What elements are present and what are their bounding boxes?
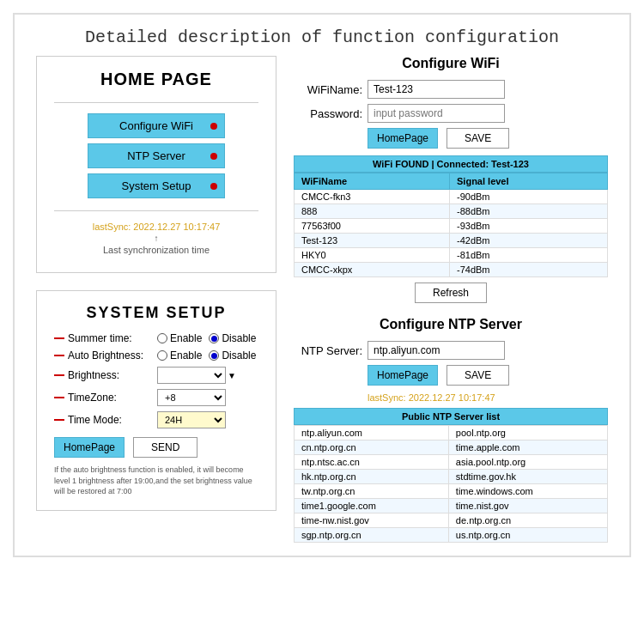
ntp-table-row[interactable]: tw.ntp.org.cntime.windows.com — [295, 484, 608, 499]
wifi-col-signal: Signal level — [450, 173, 608, 190]
summer-enable-circle — [157, 333, 167, 343]
ntp-server-col2: time.nist.gov — [448, 499, 607, 513]
ntp-table: ntp.aliyun.compool.ntp.orgcn.ntp.org.cnt… — [294, 425, 608, 543]
ntp-server-col1: time1.google.com — [295, 499, 449, 513]
wifi-network-name: CMCC-fkn3 — [295, 190, 450, 204]
ntp-server-label: NTP Server: — [294, 344, 362, 357]
summer-time-label: Summer time: — [54, 332, 157, 344]
auto-disable-circle — [209, 350, 219, 361]
wifi-form-buttons: HomePage SAVE — [294, 128, 608, 149]
system-setup-dot — [210, 183, 217, 190]
wifi-network-signal: -88dBm — [450, 204, 608, 219]
wifi-table-row[interactable]: 888-88dBm — [295, 204, 608, 219]
wifi-table-row[interactable]: 77563f00-93dBm — [295, 219, 608, 234]
wifi-table-row[interactable]: HKY0-81dBm — [295, 248, 608, 263]
last-sync-time: lastSync: 2022.12.27 10:17:47 — [54, 222, 258, 232]
password-input[interactable] — [368, 104, 505, 123]
wifi-network-signal: -42dBm — [450, 234, 608, 248]
brightness-line — [54, 374, 64, 376]
ntp-server-col2: de.ntp.org.cn — [448, 513, 607, 528]
wifi-homepage-btn[interactable]: HomePage — [368, 128, 438, 149]
wifi-col-name: WiFiName — [295, 173, 450, 190]
system-setup-btn[interactable]: System Setup — [88, 173, 225, 198]
wifi-network-name: HKY0 — [295, 248, 450, 263]
wifi-found-header: WiFi FOUND | Connected: Test-123 — [294, 155, 608, 173]
ntp-server-col2: asia.pool.ntp.org — [448, 455, 607, 470]
summer-time-radio[interactable]: Enable Disable — [157, 332, 256, 344]
ntp-server-col2: time.windows.com — [448, 484, 607, 499]
ntp-server-col1: sgp.ntp.org.cn — [295, 528, 449, 543]
ntp-server-col2: us.ntp.org.cn — [448, 528, 607, 543]
configure-wifi-title: Configure WiFi — [294, 56, 608, 71]
time-mode-select[interactable]: 24H — [157, 411, 226, 428]
ntp-server-col1: hk.ntp.org.cn — [295, 470, 449, 484]
page-title: Detailed description of function configu… — [27, 27, 617, 47]
ntp-server-dot — [210, 153, 217, 160]
summer-enable[interactable]: Enable — [157, 332, 202, 344]
ntp-homepage-btn[interactable]: HomePage — [368, 365, 438, 386]
auto-brightness-radio[interactable]: Enable Disable — [157, 349, 256, 361]
ntp-server-col1: tw.ntp.org.cn — [295, 484, 449, 499]
setup-homepage-btn[interactable]: HomePage — [54, 437, 125, 458]
ntp-table-row[interactable]: cn.ntp.org.cntime.apple.com — [295, 440, 608, 455]
wifi-table: WiFiName Signal level CMCC-fkn3-90dBm888… — [294, 173, 608, 277]
wifi-network-signal: -93dBm — [450, 219, 608, 234]
wifi-name-row: WiFiName: — [294, 80, 608, 99]
last-sync-label: Last synchronization time — [54, 245, 258, 255]
setup-send-btn[interactable]: SEND — [133, 437, 197, 458]
auto-enable[interactable]: Enable — [157, 349, 202, 361]
ntp-server-col2: stdtime.gov.hk — [448, 470, 607, 484]
configure-wifi-section: Configure WiFi WiFiName: Password: HomeP… — [294, 56, 608, 303]
ntp-server-col2: time.apple.com — [448, 440, 607, 455]
wifi-refresh-btn[interactable]: Refresh — [415, 283, 487, 303]
brightness-select[interactable] — [157, 367, 226, 384]
ntp-sync-text: lastSync: 2022.12.27 10:17:47 — [294, 392, 608, 403]
wifi-network-signal: -81dBm — [450, 248, 608, 263]
setup-note: If the auto brightness function is enabl… — [54, 465, 258, 497]
wifi-network-name: 77563f00 — [295, 219, 450, 234]
ntp-save-btn[interactable]: SAVE — [447, 365, 509, 386]
setup-buttons: HomePage SEND — [54, 437, 258, 458]
ntp-server-col2: pool.ntp.org — [448, 426, 607, 440]
wifi-network-name: CMCC-xkpx — [295, 263, 450, 277]
wifi-table-row[interactable]: CMCC-xkpx-74dBm — [295, 263, 608, 277]
wifi-save-btn[interactable]: SAVE — [447, 128, 509, 149]
summer-disable[interactable]: Disable — [209, 332, 256, 344]
timezone-select[interactable]: +8 — [157, 389, 226, 406]
summer-time-line — [54, 337, 64, 339]
ntp-server-btn[interactable]: NTP Server — [88, 143, 225, 168]
ntp-list-header: Public NTP Server list — [294, 408, 608, 425]
configure-wifi-btn[interactable]: Configure WiFi — [88, 113, 225, 138]
wifi-table-row[interactable]: Test-123-42dBm — [295, 234, 608, 248]
ntp-server-col1: ntp.ntsc.ac.cn — [295, 455, 449, 470]
home-page-section: HOME PAGE Configure WiFi NTP Server Syst… — [36, 56, 276, 273]
password-row: Password: — [294, 104, 608, 123]
ntp-table-row[interactable]: sgp.ntp.org.cnus.ntp.org.cn — [295, 528, 608, 543]
auto-brightness-row: Auto Brightness: Enable Disable — [54, 349, 258, 361]
system-setup-title: SYSTEM SETUP — [54, 304, 258, 322]
ntp-server-col1: time-nw.nist.gov — [295, 513, 449, 528]
ntp-table-row[interactable]: hk.ntp.org.cnstdtime.gov.hk — [295, 470, 608, 484]
system-setup-section: SYSTEM SETUP Summer time: Enable — [36, 290, 276, 511]
sync-arrow: ↑ — [54, 234, 258, 243]
brightness-row: Brightness: ▼ — [54, 367, 258, 384]
wifi-network-name: 888 — [295, 204, 450, 219]
timezone-label: TimeZone: — [54, 392, 157, 404]
ntp-server-input[interactable] — [368, 341, 505, 360]
ntp-table-row[interactable]: ntp.ntsc.ac.cnasia.pool.ntp.org — [295, 455, 608, 470]
configure-wifi-dot — [210, 123, 217, 130]
ntp-table-row[interactable]: time1.google.comtime.nist.gov — [295, 499, 608, 513]
ntp-table-row[interactable]: time-nw.nist.govde.ntp.org.cn — [295, 513, 608, 528]
wifi-table-row[interactable]: CMCC-fkn3-90dBm — [295, 190, 608, 204]
summer-time-row: Summer time: Enable Disable — [54, 332, 258, 344]
time-mode-row: Time Mode: 24H — [54, 411, 258, 428]
wifi-network-signal: -74dBm — [450, 263, 608, 277]
wifi-name-input[interactable] — [368, 80, 505, 99]
password-label: Password: — [294, 107, 362, 120]
ntp-table-row[interactable]: ntp.aliyun.compool.ntp.org — [295, 426, 608, 440]
timezone-row: TimeZone: +8 — [54, 389, 258, 406]
brightness-arrow: ▼ — [228, 371, 236, 380]
ntp-form-buttons: HomePage SAVE — [294, 365, 608, 386]
auto-disable[interactable]: Disable — [209, 349, 256, 361]
timezone-line — [54, 397, 64, 398]
